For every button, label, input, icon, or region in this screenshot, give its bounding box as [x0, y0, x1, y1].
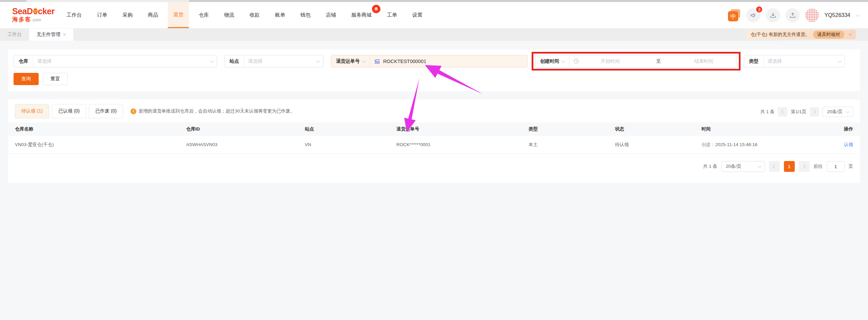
col-tracking-no: 退货运单号 [396, 126, 529, 132]
status-tabs: 待认领 (1) 已认领 (0) 已作废 (0) i 新增的退货单推送到仓库后，会… [15, 104, 295, 118]
claim-link[interactable]: 认领 [844, 142, 853, 147]
col-action: 操作 [820, 126, 853, 132]
created-time-field[interactable]: 创建时间 开始时间 至 结束时间 [535, 55, 736, 67]
nav-item-tickets[interactable]: 工单 [381, 2, 402, 28]
batch-input-icon [374, 58, 380, 64]
brand-logo[interactable]: SeaDcker 海多客.com [0, 2, 54, 28]
notice-action-button[interactable]: 请及时核对 [813, 31, 844, 39]
nav-item-workbench[interactable]: 工作台 [61, 2, 87, 28]
notification-count-badge: 3 [755, 6, 763, 13]
prev-page-button[interactable] [769, 161, 780, 172]
next-page-button[interactable] [799, 161, 810, 172]
nav-item-service-mall[interactable]: 服务商城 [346, 2, 377, 28]
chevron-down-icon [316, 59, 320, 62]
nav-item-bills[interactable]: 账单 [270, 2, 291, 28]
workspace-tab-bar: 工作台 无主件管理 × 仓(千仓) 有新的无主件退货。 请及时核对 × [0, 28, 868, 41]
notice-banner: 仓(千仓) 有新的无主件退货。 请及时核对 × [747, 30, 856, 39]
filter-panel: 仓库 请选择 站点 请选择 退货运单号 ROCKTEST000001 [8, 49, 860, 91]
username-label[interactable]: YQ526334 [824, 12, 850, 18]
top-pagination: 共 1 条 第1/1页 20条/页 [760, 107, 853, 117]
site-select[interactable]: 站点 请选择 [224, 55, 323, 67]
announcements-button[interactable]: 3 [746, 8, 761, 22]
nav-item-wallet[interactable]: 钱包 [295, 2, 316, 28]
nav-item-warehouse[interactable]: 仓库 [193, 2, 214, 28]
warehouse-select-label: 仓库 [14, 58, 33, 64]
tracking-field-label: 退货运单号 [331, 58, 370, 64]
workspace-tab-workbench[interactable]: 工作台 [0, 28, 29, 41]
topbar-right-actions: 中 3 YQ526334 [728, 2, 859, 28]
language-switch-button[interactable]: 中 [728, 9, 741, 21]
site-select-label: 站点 [225, 58, 244, 64]
cell-type: 本土 [529, 142, 615, 148]
tab-claimed[interactable]: 已认领 (0) [52, 104, 86, 118]
chevron-down-icon [846, 109, 850, 113]
chevron-down-icon [362, 59, 366, 62]
nav-item-collection[interactable]: 收款 [244, 2, 265, 28]
tracking-number-field[interactable]: 退货运单号 ROCKTEST000001 [331, 55, 528, 67]
nav-item-purchase[interactable]: 采购 [117, 2, 138, 28]
cell-site: VN [305, 142, 396, 147]
workspace-tab-unclaimed[interactable]: 无主件管理 × [29, 28, 73, 41]
type-select-label: 类型 [744, 58, 763, 64]
export-button[interactable] [786, 8, 800, 22]
language-icon: 中 [728, 11, 738, 21]
current-page-button[interactable]: 1 [784, 161, 795, 172]
cell-warehouse-name: VN03-爱亚仓(千仓) [15, 142, 186, 148]
col-warehouse-name: 仓库名称 [15, 126, 186, 132]
nav-item-orders[interactable]: 订单 [92, 2, 113, 28]
close-tab-icon[interactable]: × [63, 32, 66, 37]
upload-icon [789, 12, 796, 19]
page-size-select[interactable]: 20条/页 [722, 161, 765, 172]
col-type: 类型 [529, 126, 615, 132]
megaphone-icon [750, 12, 757, 19]
brand-logo-text: SeaDcker [12, 7, 54, 16]
col-time: 时间 [702, 126, 820, 132]
table-row: VN03-爱亚仓(千仓) ASWHASVN03 VN ROCK******000… [8, 136, 860, 154]
result-list-panel: 待认领 (1) 已认领 (0) 已作废 (0) i 新增的退货单推送到仓库后，会… [8, 99, 860, 183]
col-site: 站点 [305, 126, 396, 132]
page-size-select[interactable]: 20条/页 [823, 107, 853, 117]
brand-domain: .com [32, 17, 41, 22]
date-range-separator: 至 [642, 58, 673, 64]
nav-item-settings[interactable]: 设置 [407, 2, 428, 28]
cell-tracking-no: ROCK******0001 [396, 142, 529, 147]
total-count-label: 共 1 条 [760, 109, 774, 115]
nav-item-returns[interactable]: 退货 [168, 2, 189, 28]
tab-voided[interactable]: 已作废 (0) [89, 104, 123, 118]
octopus-badge-icon [372, 5, 380, 13]
warehouse-select[interactable]: 仓库 请选择 [14, 55, 217, 67]
chevron-down-icon [561, 59, 565, 62]
goto-label: 前往 [814, 163, 823, 169]
col-warehouse-id: 仓库ID [186, 126, 305, 132]
prev-page-button[interactable] [778, 107, 787, 117]
end-time-input[interactable]: 结束时间 [675, 58, 732, 64]
nav-item-logistics[interactable]: 物流 [219, 2, 240, 28]
info-icon: i [131, 108, 136, 114]
nav-item-products[interactable]: 商品 [142, 2, 163, 28]
tab-pending-claim[interactable]: 待认领 (1) [15, 104, 49, 118]
created-time-label: 创建时间 [535, 58, 569, 64]
page-unit-label: 页 [849, 163, 853, 169]
next-page-button[interactable] [810, 107, 819, 117]
list-hint: i 新增的退货单推送到仓库后，会自动认领；超过30天未认领将变更为已作废。 [131, 108, 295, 114]
nav-item-shops[interactable]: 店铺 [320, 2, 341, 28]
chevron-down-icon [210, 59, 214, 62]
cell-time: 创建：2025-11-14 15:46:16 [702, 142, 820, 148]
notice-close-icon[interactable]: × [848, 32, 853, 37]
reset-button[interactable]: 重置 [43, 73, 68, 85]
import-button[interactable] [766, 8, 780, 22]
tracking-number-value[interactable]: ROCKTEST000001 [383, 59, 426, 64]
created-time-filter-wrapper: 创建时间 开始时间 至 结束时间 [535, 55, 736, 67]
table-header: 仓库名称 仓库ID 站点 退货运单号 类型 状态 时间 操作 [8, 122, 860, 136]
site-select-placeholder: 请选择 [244, 58, 316, 64]
start-time-input[interactable]: 开始时间 [582, 58, 639, 64]
user-avatar[interactable] [805, 8, 819, 22]
download-icon [769, 12, 777, 19]
page-indicator: 第1/1页 [791, 109, 806, 115]
logo-mascot-icon [33, 8, 38, 15]
cell-warehouse-id: ASWHASVN03 [186, 142, 305, 147]
chevron-down-icon[interactable] [856, 13, 860, 17]
type-select[interactable]: 类型 请选择 [744, 55, 845, 67]
search-button[interactable]: 查询 [14, 73, 39, 85]
goto-page-input[interactable] [827, 161, 845, 172]
